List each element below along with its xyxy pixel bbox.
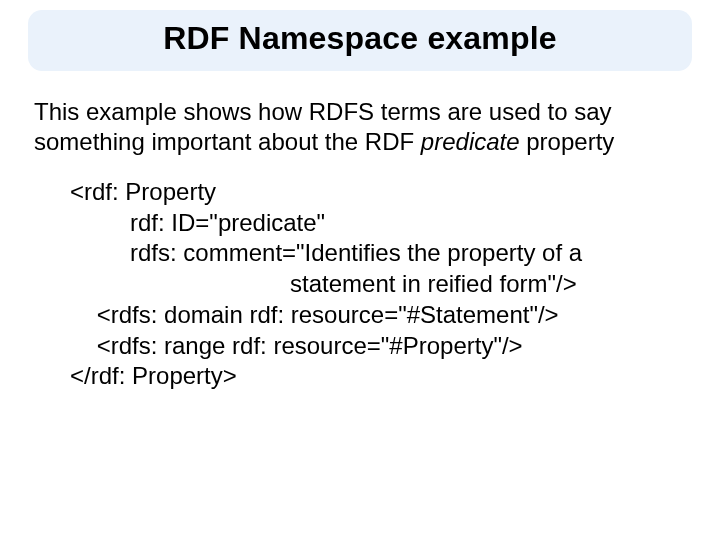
slide-title: RDF Namespace example [42, 20, 678, 57]
title-container: RDF Namespace example [28, 10, 692, 71]
body-paragraph: This example shows how RDFS terms are us… [34, 97, 686, 157]
slide: RDF Namespace example This example shows… [0, 10, 720, 540]
body-text-post: property [520, 128, 615, 155]
code-block: <rdf: Property rdf: ID="predicate" rdfs:… [70, 177, 686, 392]
body-text-italic: predicate [421, 128, 520, 155]
